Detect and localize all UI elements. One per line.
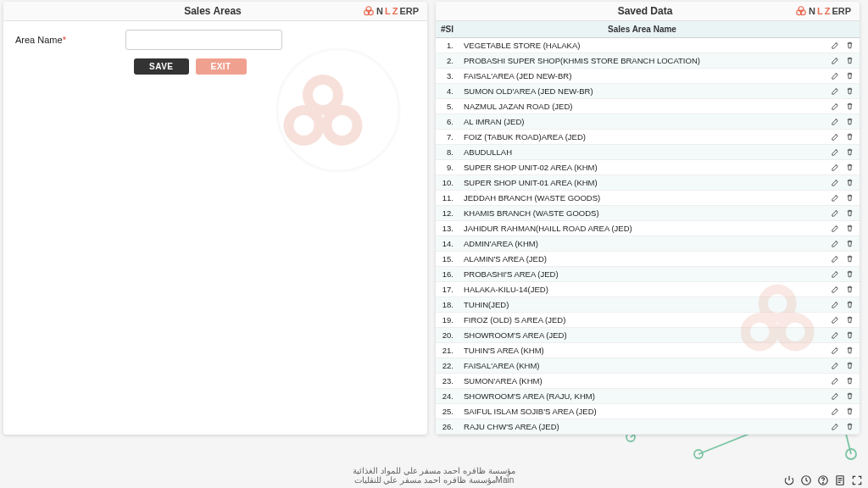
table-row: 11.JEDDAH BRANCH (WASTE GOODS)	[436, 191, 860, 206]
row-name: FOIZ (TABUK ROAD)AREA (JED)	[459, 130, 826, 145]
clock-icon[interactable]	[800, 474, 812, 486]
edit-icon[interactable]	[831, 163, 840, 172]
edit-icon[interactable]	[831, 147, 840, 157]
edit-icon[interactable]	[831, 132, 840, 141]
row-num: 25.	[436, 404, 459, 419]
delete-icon[interactable]	[845, 102, 854, 111]
row-num: 23.	[436, 374, 459, 389]
save-button[interactable]: SAVE	[134, 58, 189, 75]
row-num: 19.	[436, 313, 459, 328]
row-num: 5.	[436, 99, 459, 114]
row-num: 8.	[436, 145, 459, 160]
panel-header-right: Saved Data NLZERP	[436, 2, 860, 21]
panel-title-right: Saved Data	[495, 5, 795, 17]
row-name: SUPER SHOP UNIT-01 AREA (KHM)	[459, 175, 826, 191]
delete-icon[interactable]	[845, 163, 854, 172]
row-num: 14.	[436, 236, 459, 252]
row-name: PROBASHI SUPER SHOP(KHMIS STORE BRANCH L…	[459, 53, 826, 69]
row-name: FAISAL'AREA (JED NEW-BR)	[459, 69, 826, 84]
table-row: 2.PROBASHI SUPER SHOP(KHMIS STORE BRANCH…	[436, 53, 860, 69]
edit-icon[interactable]	[831, 56, 840, 65]
row-num: 20.	[436, 328, 459, 343]
power-icon[interactable]	[783, 474, 795, 486]
edit-icon[interactable]	[831, 208, 840, 218]
row-name: SUPER SHOP UNIT-02 AREA (KHM)	[459, 160, 826, 175]
row-num: 3.	[436, 69, 459, 84]
edit-icon[interactable]	[831, 178, 840, 187]
table-row: 10.SUPER SHOP UNIT-01 AREA (KHM)	[436, 175, 860, 191]
row-num: 13.	[436, 221, 459, 236]
table-row: 6.AL IMRAN (JED)	[436, 114, 860, 130]
table-row: 26.RAJU CHW'S AREA (JED)	[436, 419, 860, 435]
delete-icon[interactable]	[845, 193, 854, 202]
edit-icon[interactable]	[831, 102, 840, 111]
delete-icon[interactable]	[845, 376, 854, 385]
footer: مؤسسة ظافره احمد مسفر علي للمواد الغذائي…	[0, 466, 868, 485]
area-name-label: Area Name*	[15, 35, 117, 45]
table-row: 14.ADMIN'AREA (KHM)	[436, 236, 860, 252]
edit-icon[interactable]	[831, 117, 840, 126]
table-row: 8.ABUDULLAH	[436, 145, 860, 160]
delete-icon[interactable]	[845, 147, 854, 157]
row-num: 18.	[436, 297, 459, 313]
row-num: 10.	[436, 175, 459, 191]
footer-line2: Mainمؤسسة ظافره احمد مسفر علي للنقليات	[353, 475, 515, 485]
row-name: ABUDULLAH	[459, 145, 826, 160]
edit-icon[interactable]	[831, 71, 840, 80]
row-name: NAZMUL JAZAN ROAD (JED)	[459, 99, 826, 114]
delete-icon[interactable]	[845, 178, 854, 187]
table-row: 1.VEGETABLE STORE (HALAKA)	[436, 38, 860, 53]
row-num: 24.	[436, 389, 459, 404]
table-row: 25.SAIFUL ISLAM SOJIB'S AREA (JED)	[436, 404, 860, 419]
delete-icon[interactable]	[845, 422, 854, 431]
delete-icon[interactable]	[845, 391, 854, 401]
row-name: AL IMRAN (JED)	[459, 114, 826, 130]
table-row: 24.SHOWROOM'S AREA (RAJU, KHM)	[436, 389, 860, 404]
delete-icon[interactable]	[845, 41, 854, 50]
brand-logo-right: NLZERP	[795, 5, 851, 17]
table-row: 4.SUMON OLD'AREA (JED NEW-BR)	[436, 84, 860, 99]
bottom-toolbar	[783, 474, 863, 486]
row-num: 1.	[436, 38, 459, 53]
table-row: 12.KHAMIS BRANCH (WASTE GOODS)	[436, 206, 860, 221]
footer-line1: مؤسسة ظافره احمد مسفر علي للمواد الغذائي…	[353, 466, 515, 475]
row-num: 9.	[436, 160, 459, 175]
edit-icon[interactable]	[831, 239, 840, 248]
delete-icon[interactable]	[845, 117, 854, 126]
sales-areas-panel: Sales Areas NLZERP Area Name*	[3, 2, 427, 435]
edit-icon[interactable]	[831, 193, 840, 202]
document-icon[interactable]	[834, 474, 846, 486]
edit-icon[interactable]	[831, 407, 840, 416]
delete-icon[interactable]	[845, 239, 854, 248]
delete-icon[interactable]	[845, 224, 854, 233]
delete-icon[interactable]	[845, 132, 854, 141]
table-row: 5.NAZMUL JAZAN ROAD (JED)	[436, 99, 860, 114]
col-head-name: Sales Area Name	[459, 21, 826, 38]
area-name-input[interactable]	[125, 30, 282, 50]
delete-icon[interactable]	[845, 208, 854, 218]
delete-icon[interactable]	[845, 86, 854, 96]
edit-icon[interactable]	[831, 376, 840, 385]
table-row: 7.FOIZ (TABUK ROAD)AREA (JED)	[436, 130, 860, 145]
edit-icon[interactable]	[831, 422, 840, 431]
edit-icon[interactable]	[831, 41, 840, 50]
row-name: JEDDAH BRANCH (WASTE GOODS)	[459, 191, 826, 206]
row-num: 26.	[436, 419, 459, 435]
help-icon[interactable]	[817, 474, 829, 486]
logo-watermark	[275, 47, 402, 174]
table-row: 13.JAHIDUR RAHMAN(HAILL ROAD AREA (JED)	[436, 221, 860, 236]
edit-icon[interactable]	[831, 224, 840, 233]
delete-icon[interactable]	[845, 71, 854, 80]
row-name: KHAMIS BRANCH (WASTE GOODS)	[459, 206, 826, 221]
delete-icon[interactable]	[845, 407, 854, 416]
fullscreen-icon[interactable]	[851, 474, 863, 486]
panel-title-left: Sales Areas	[63, 5, 363, 17]
table-row: 9.SUPER SHOP UNIT-02 AREA (KHM)	[436, 160, 860, 175]
edit-icon[interactable]	[831, 391, 840, 401]
table-row: 3.FAISAL'AREA (JED NEW-BR)	[436, 69, 860, 84]
delete-icon[interactable]	[845, 56, 854, 65]
edit-icon[interactable]	[831, 86, 840, 96]
row-name: ADMIN'AREA (KHM)	[459, 236, 826, 252]
row-num: 15.	[436, 252, 459, 267]
exit-button[interactable]: EXIT	[196, 58, 247, 75]
